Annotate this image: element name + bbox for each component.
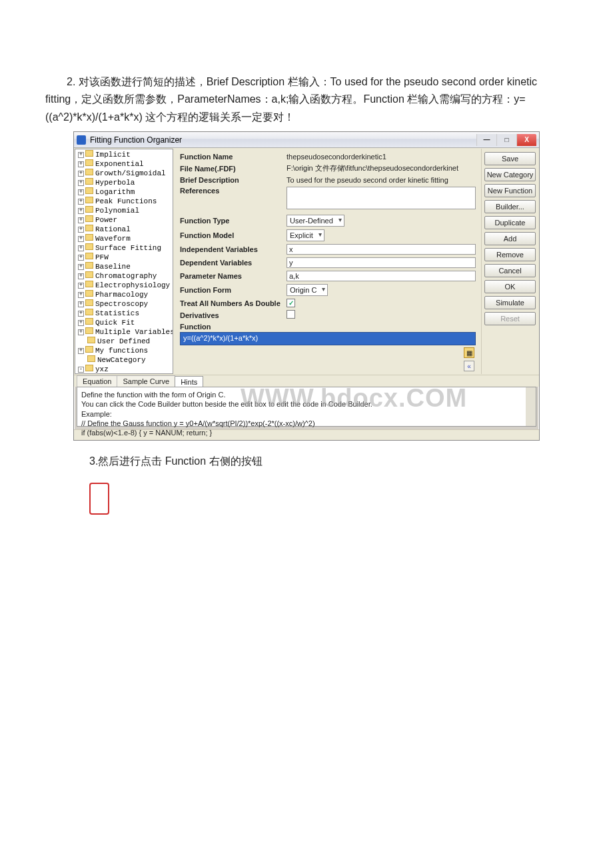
derivatives-checkbox[interactable]	[287, 310, 295, 319]
expand-icon[interactable]: +	[78, 301, 84, 307]
expand-icon[interactable]: +	[78, 320, 84, 326]
function-type-label: Function Type	[180, 217, 287, 225]
tree-item-label: User Defined	[97, 337, 150, 345]
brief-description-label: Brief Description	[180, 176, 287, 184]
tree-item-label: Hyperbola	[95, 179, 135, 187]
folder-icon	[85, 365, 93, 371]
tree-item[interactable]: +Exponential	[77, 159, 171, 169]
tree-item-label: Polynomial	[95, 207, 139, 215]
expand-icon[interactable]: +	[78, 227, 84, 233]
independent-variables-label: Independent Variables	[180, 245, 287, 253]
tree-item-label: Logarithm	[95, 188, 135, 196]
expand-icon[interactable]: -	[78, 367, 84, 373]
tree-item[interactable]: -yxz	[77, 365, 171, 374]
expand-icon[interactable]: +	[78, 255, 84, 261]
expand-icon[interactable]: +	[78, 217, 84, 223]
tree-item[interactable]: +Statistics	[77, 309, 171, 318]
reset-button[interactable]: Reset	[484, 312, 536, 325]
tree-item[interactable]: +Chromatography	[77, 271, 171, 281]
file-name-value: F:\origin 文件存储\fitfunc\thepseudosecondor…	[287, 163, 476, 173]
cancel-button[interactable]: Cancel	[484, 264, 536, 277]
builder-button[interactable]: Builder...	[484, 200, 536, 213]
function-body-editor[interactable]: y=((a^2)*k*x)/(1+a*k*x)	[180, 332, 476, 345]
function-label: Function	[180, 323, 287, 331]
tree-item[interactable]: +Power	[77, 215, 171, 225]
tree-item[interactable]: +PFW	[77, 253, 171, 262]
expand-icon[interactable]: +	[78, 273, 84, 279]
function-form-select[interactable]: Origin C	[287, 284, 328, 296]
expand-icon[interactable]: +	[78, 283, 84, 289]
tree-item[interactable]: +Hyperbola	[77, 178, 171, 187]
folder-icon	[85, 225, 93, 231]
expand-icon[interactable]: +	[78, 236, 84, 242]
expand-icon[interactable]: +	[78, 208, 84, 214]
ok-button[interactable]: OK	[484, 280, 536, 293]
tree-item[interactable]: +Multiple Variables	[77, 327, 171, 337]
tree-item[interactable]: NewCategory	[77, 355, 171, 365]
tree-item[interactable]: +Quick Fit	[77, 318, 171, 327]
function-model-select[interactable]: Explicit	[287, 229, 324, 241]
independent-variables-input[interactable]: x	[287, 244, 476, 255]
function-form-label: Function Form	[180, 286, 287, 294]
new-function-button[interactable]: New Function	[484, 184, 536, 197]
tree-item[interactable]: +Polynomial	[77, 206, 171, 215]
tree-item[interactable]: +Surface Fitting	[77, 243, 171, 253]
tab-hints[interactable]: Hints	[175, 376, 203, 387]
tree-item-label: Waveform	[95, 235, 131, 243]
tree-item[interactable]: +My functions	[77, 346, 171, 355]
file-name-label: File Name(.FDF)	[180, 165, 287, 173]
tree-item[interactable]: +Waveform	[77, 234, 171, 243]
function-category-tree[interactable]: +Implicit+Exponential+Growth/Sigmoidal+H…	[75, 149, 173, 374]
add-button[interactable]: Add	[484, 232, 536, 245]
tree-item[interactable]: +Electrophysiology	[77, 281, 171, 290]
tree-item-label: Peak Functions	[95, 197, 157, 205]
brief-description-value: To used for the pseudo second order kine…	[287, 176, 476, 184]
action-buttons-panel: Save New Category New Function Builder..…	[481, 149, 538, 374]
titlebar[interactable]: Fitting Function Organizer — □ X	[74, 132, 539, 148]
tree-item[interactable]: +Baseline	[77, 262, 171, 271]
close-button[interactable]: X	[516, 134, 536, 146]
expand-icon[interactable]: +	[78, 161, 84, 167]
remove-button[interactable]: Remove	[484, 248, 536, 261]
tab-equation[interactable]: Equation	[77, 375, 117, 387]
expand-icon[interactable]: +	[78, 348, 84, 354]
references-textarea[interactable]	[287, 187, 476, 209]
tree-item-label: PFW	[95, 253, 109, 261]
simulate-button[interactable]: Simulate	[484, 296, 536, 309]
minimize-button[interactable]: —	[476, 134, 496, 146]
expand-icon[interactable]: +	[78, 199, 84, 205]
tree-item[interactable]: +Peak Functions	[77, 197, 171, 206]
function-type-select[interactable]: User-Defined	[287, 215, 344, 227]
expand-icon[interactable]: +	[78, 245, 84, 251]
tree-item[interactable]: +Implicit	[77, 150, 171, 159]
duplicate-button[interactable]: Duplicate	[484, 216, 536, 229]
bottom-tabs: Equation Sample Curve Hints	[74, 375, 539, 387]
expand-icon[interactable]: +	[78, 180, 84, 186]
expand-icon[interactable]: +	[78, 189, 84, 195]
code-builder-icon[interactable]: ▦	[464, 347, 474, 358]
tree-item-label: Growth/Sigmoidal	[95, 169, 166, 177]
expand-icon[interactable]: +	[78, 311, 84, 317]
tree-item[interactable]: +Pharmacology	[77, 290, 171, 299]
new-category-button[interactable]: New Category	[484, 168, 536, 181]
dependent-variables-input[interactable]: y	[287, 257, 476, 268]
save-button[interactable]: Save	[484, 152, 536, 165]
tree-item[interactable]: +Rational	[77, 225, 171, 234]
collapse-icon[interactable]: «	[464, 361, 474, 371]
expand-icon[interactable]: +	[78, 329, 84, 335]
expand-icon[interactable]: +	[78, 171, 84, 177]
tree-item[interactable]: +Spectroscopy	[77, 299, 171, 309]
folder-icon	[85, 169, 93, 175]
tree-item-label: Rational	[95, 225, 131, 233]
tree-item[interactable]: +Growth/Sigmoidal	[77, 169, 171, 178]
parameter-names-input[interactable]: a,k	[287, 271, 476, 281]
tab-sample-curve[interactable]: Sample Curve	[117, 375, 175, 387]
tree-item[interactable]: User Defined	[77, 337, 171, 346]
maximize-button[interactable]: □	[496, 134, 516, 146]
expand-icon[interactable]: +	[78, 264, 84, 270]
treat-all-numbers-checkbox[interactable]: ✓	[287, 299, 295, 307]
expand-icon[interactable]: +	[78, 292, 84, 298]
tree-item[interactable]: +Logarithm	[77, 187, 171, 197]
expand-icon[interactable]: +	[78, 152, 84, 158]
hints-scrollbar[interactable]	[526, 387, 536, 426]
